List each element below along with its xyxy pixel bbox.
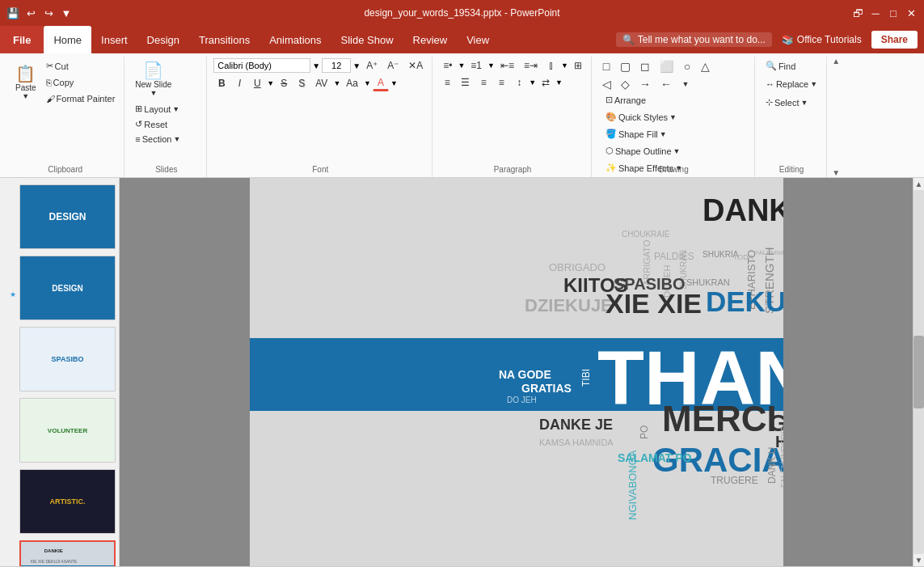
menu-animations[interactable]: Animations [259, 26, 331, 53]
paste-button[interactable]: 📋 Paste ▼ [11, 61, 40, 103]
canvas-area[interactable]: DANKIE ARRIGATO DO JEH SHUKRAN EFHARISTO… [120, 178, 913, 566]
scroll-thumb[interactable] [913, 336, 924, 408]
quick-styles-dropdown[interactable]: ▼ [669, 113, 677, 121]
new-slide-dropdown[interactable]: ▼ [150, 89, 157, 97]
bold-button[interactable]: B [213, 76, 230, 91]
arrange-button[interactable]: ⊡ Arrange [601, 92, 686, 108]
paste-dropdown[interactable]: ▼ [22, 92, 29, 100]
columns-button[interactable]: ⫿ [543, 58, 559, 73]
font-name-dropdown[interactable]: ▼ [312, 61, 320, 70]
shape-arrow[interactable]: → [635, 76, 655, 92]
menu-view[interactable]: View [457, 26, 499, 53]
slide-thumb-1[interactable]: DESIGN [19, 184, 116, 249]
menu-home[interactable]: Home [44, 26, 91, 53]
numbering-dropdown[interactable]: ▼ [487, 61, 495, 70]
quick-styles-button[interactable]: 🎨 Quick Styles ▼ [601, 109, 681, 125]
ribbon-scroll-up[interactable]: ▲ [832, 57, 840, 66]
shape-larrow[interactable]: ← [656, 76, 676, 92]
menu-review[interactable]: Review [403, 26, 458, 53]
font-color-button[interactable]: A [373, 75, 389, 91]
ribbon-scroll[interactable]: ▲ ▼ [832, 57, 840, 177]
shape-oval[interactable]: ⬜ [656, 58, 677, 74]
shape-oval2[interactable]: ○ [679, 58, 695, 74]
share-button[interactable]: Share [871, 31, 918, 49]
tell-me-search[interactable]: 🔍 Tell me what you want to do... [616, 32, 772, 47]
new-slide-button[interactable]: 📄 New Slide ▼ [131, 58, 175, 99]
find-button[interactable]: 🔍 Find [762, 58, 821, 74]
bullets-button[interactable]: ≡• [439, 58, 456, 73]
shape-outline-button[interactable]: ⬡ Shape Outline ▼ [601, 143, 685, 159]
slide-item-5[interactable]: 5 ARTISTIC. [3, 469, 116, 534]
text-direction-dropdown[interactable]: ▼ [555, 78, 563, 87]
menu-file[interactable]: File [0, 26, 44, 53]
scroll-up-arrow[interactable]: ▲ [913, 178, 924, 190]
underline-button[interactable]: U [249, 76, 265, 91]
shape-rect[interactable]: □ [598, 58, 614, 74]
slide-item-1[interactable]: 1 DESIGN [3, 184, 116, 249]
slide-thumb-3[interactable]: SPASIBO [19, 327, 116, 391]
slide-item-2[interactable]: 2 ★ DESIGN [3, 256, 116, 320]
shape-rounded-rect[interactable]: ▢ [616, 58, 635, 74]
columns-dropdown[interactable]: ▼ [561, 61, 568, 70]
shape-rtriangle[interactable]: ◁ [598, 76, 615, 92]
increase-font-button[interactable]: A⁺ [362, 58, 382, 73]
section-button[interactable]: ≡ Section ▼ [131, 132, 184, 146]
slide-thumb-4[interactable]: VOLUNTEER [19, 398, 116, 463]
char-spacing-button[interactable]: AV [311, 76, 331, 91]
minimize-icon[interactable]: ─ [869, 6, 882, 19]
select-button[interactable]: ⊹ Select ▼ [762, 95, 821, 110]
smart-art-button[interactable]: ⊞ [570, 58, 586, 73]
reset-button[interactable]: ↺ Reset [131, 116, 171, 132]
shape-rect2[interactable]: ◻ [636, 58, 654, 74]
shape-fill-dropdown[interactable]: ▼ [660, 130, 667, 138]
shadow-button[interactable]: S [293, 76, 310, 91]
numbering-button[interactable]: ≡1 [466, 58, 486, 73]
indent-less-button[interactable]: ⇤≡ [496, 58, 518, 73]
redo-icon[interactable]: ↪ [42, 6, 55, 19]
shape-triangle[interactable]: △ [697, 58, 714, 74]
change-case-button[interactable]: Aa [342, 76, 362, 91]
slide-item-6[interactable]: 6 ★ THANK YOU DANKIE XIE XIE DEKUJI ASAN… [3, 540, 116, 566]
italic-button[interactable]: I [231, 76, 247, 91]
change-case-dropdown[interactable]: ▼ [364, 79, 371, 87]
decrease-font-button[interactable]: A⁻ [383, 58, 403, 73]
layout-button[interactable]: ⊞ Layout ▼ [131, 101, 184, 116]
format-painter-button[interactable]: 🖌 Format Painter [42, 91, 120, 106]
save-icon[interactable]: 💾 [6, 6, 19, 19]
close-icon[interactable]: ✕ [905, 6, 918, 19]
line-spacing-dropdown[interactable]: ▼ [529, 78, 536, 87]
shapes-more-dropdown[interactable]: ▼ [677, 78, 694, 90]
shape-fill-button[interactable]: 🪣 Shape Fill ▼ [601, 126, 671, 142]
slide-thumb-5[interactable]: ARTISTIC. [19, 469, 116, 534]
slide-item-4[interactable]: 4 VOLUNTEER [3, 398, 116, 463]
restore-icon[interactable]: 🗗 [851, 6, 864, 19]
undo-icon[interactable]: ↩ [24, 6, 37, 19]
font-size-dropdown[interactable]: ▼ [352, 61, 361, 70]
cut-button[interactable]: ✂ Cut [42, 58, 120, 74]
copy-button[interactable]: ⎘ Copy [42, 75, 120, 90]
shape-diamond[interactable]: ◇ [617, 76, 634, 92]
replace-button[interactable]: ↔ Replace ▼ [762, 77, 821, 91]
line-spacing-button[interactable]: ↕ [511, 75, 527, 90]
char-spacing-dropdown[interactable]: ▼ [333, 79, 340, 87]
menu-insert[interactable]: Insert [91, 26, 137, 53]
select-dropdown[interactable]: ▼ [800, 99, 808, 107]
clear-format-button[interactable]: ✕A [404, 58, 427, 73]
shape-outline-dropdown[interactable]: ▼ [673, 147, 681, 155]
slide-thumb-2[interactable]: DESIGN [19, 256, 116, 320]
maximize-icon[interactable]: □ [887, 6, 900, 19]
strikethrough-button[interactable]: S [276, 76, 292, 91]
slide-thumb-6[interactable]: THANK YOU DANKIE XIE XIE DEKUJI ASANTE G… [19, 540, 116, 566]
align-center-button[interactable]: ☰ [457, 75, 474, 90]
text-direction-button[interactable]: ⇄ [538, 75, 554, 90]
indent-more-button[interactable]: ≡⇥ [520, 58, 542, 73]
ribbon-scroll-down[interactable]: ▼ [832, 168, 840, 177]
scroll-down-arrow[interactable]: ▼ [913, 554, 924, 566]
bullets-dropdown[interactable]: ▼ [458, 61, 465, 70]
align-right-button[interactable]: ≡ [475, 75, 492, 90]
font-color-dropdown[interactable]: ▼ [390, 79, 398, 87]
align-left-button[interactable]: ≡ [439, 75, 455, 90]
underline-dropdown[interactable]: ▼ [267, 79, 274, 87]
font-name-input[interactable] [213, 58, 310, 73]
replace-dropdown[interactable]: ▼ [810, 80, 817, 88]
